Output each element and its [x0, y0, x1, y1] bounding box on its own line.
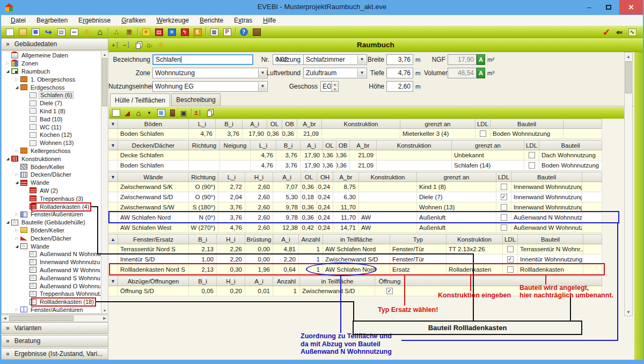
cell-brüstung[interactable]: 1,96: [245, 265, 273, 274]
hoehe-input[interactable]: 2,60: [386, 81, 413, 92]
sort-icon[interactable]: ▼: [108, 119, 118, 128]
menu-item-datei[interactable]: Datei: [5, 16, 31, 25]
cell-a-i[interactable]: 9,78: [273, 213, 301, 222]
copy-icon[interactable]: [133, 40, 144, 50]
ldl-checkbox[interactable]: [507, 266, 514, 273]
paste-icon[interactable]: ▤: [30, 27, 41, 37]
column-header-ol[interactable]: OL: [323, 141, 336, 150]
new-document-icon[interactable]: [4, 27, 16, 37]
cell-ob[interactable]: 0,36: [336, 161, 350, 170]
tree-item-wände[interactable]: ◢Wände: [2, 179, 100, 187]
help-icon[interactable]: ?: [238, 27, 250, 37]
ldl-checkbox[interactable]: ✓: [507, 256, 514, 263]
sort-icon[interactable]: ▼: [108, 141, 118, 150]
cell-brüstung[interactable]: 0,00: [245, 244, 273, 254]
cell-konstruktion[interactable]: [322, 129, 400, 139]
scroll-up-icon[interactable]: ▲: [101, 51, 108, 57]
cell-oh[interactable]: 0,24: [317, 182, 333, 192]
cell-richtung[interactable]: N (0°): [189, 213, 218, 222]
column-header-filler[interactable]: [583, 235, 602, 244]
column-header-anzahl[interactable]: Anzahl: [273, 276, 300, 286]
cell-bauteil[interactable]: Innenwand Wohnnutzung: [511, 192, 582, 202]
spin-down-icon[interactable]: ▼: [332, 86, 338, 91]
cell-b-i[interactable]: 2,13: [189, 244, 217, 254]
table-row-decke-schlafen[interactable]: Decke Schlafen4,763,7617,900,360,3621,09…: [108, 150, 602, 161]
pdf-export-icon[interactable]: P: [221, 27, 233, 37]
cell-b-i[interactable]: 1,00: [189, 254, 217, 264]
sidebar-panel-beratung[interactable]: »Beratung: [1, 335, 108, 347]
tree-item-außenwand-w-wohnnutzung[interactable]: Außenwand W Wohnnutzung: [2, 266, 100, 274]
cell-richtung[interactable]: O (90°): [189, 182, 218, 192]
exit-icon[interactable]: [251, 27, 262, 37]
cell-grenzt-an[interactable]: Wohnen (13): [417, 202, 496, 212]
column-header-oh[interactable]: OH: [317, 172, 333, 181]
expand-icon[interactable]: ▷: [14, 77, 20, 82]
column-header-grenzt-an[interactable]: grenzt an: [400, 119, 475, 128]
cell-h-i[interactable]: 2,60: [245, 192, 273, 202]
cell-bauteil[interactable]: Rollladenkasten: [518, 265, 583, 274]
column-header-l-i[interactable]: L_i: [251, 141, 276, 150]
tree-item-treppenhaus-3[interactable]: Treppenhaus (3): [2, 194, 100, 202]
cell-bauteil[interactable]: Außenwand W Wohnnutzung: [511, 223, 582, 232]
column-header-a-i[interactable]: A_i: [301, 141, 323, 150]
ldl-checkbox[interactable]: [480, 130, 486, 137]
öffnung-checkbox[interactable]: ✓: [386, 288, 393, 294]
expand-icon[interactable]: ▷: [14, 212, 20, 216]
cell-a-i[interactable]: 9,78: [273, 202, 301, 212]
cell-a-br[interactable]: 8,75: [333, 182, 359, 192]
cell-konstruktion[interactable]: AW: [359, 223, 417, 232]
tree-item-böden-keller[interactable]: Böden/Keller: [2, 163, 100, 171]
column-header-a-br[interactable]: A_br: [350, 141, 377, 150]
cell-fenster-ersatz[interactable]: Innentür S/D: [118, 254, 189, 264]
column-header-decken-dächer[interactable]: Decken/Dächer: [118, 141, 189, 150]
cell-a-i[interactable]: 12,38: [273, 223, 301, 232]
column-header-h-i[interactable]: H_i: [217, 235, 245, 244]
cell-h-i[interactable]: 2,60: [245, 182, 273, 192]
ldl-checkbox[interactable]: [501, 184, 507, 190]
cell-fenster-ersatz[interactable]: Terrassentür Nord S: [118, 244, 189, 254]
cell-grenzt-an[interactable]: Schlafen (14): [452, 161, 524, 170]
cell-bauteil[interactable]: Innentür Wohnnutzung: [518, 254, 583, 264]
cell-a-i[interactable]: 4,81: [273, 244, 299, 254]
cell-bauteil[interactable]: Innenwand Wohnnutzung: [511, 182, 582, 192]
cell-bauteil[interactable]: Terrassentür N Wohnr...: [518, 244, 583, 254]
cell-oh[interactable]: 0,24: [317, 213, 333, 222]
table-row-aw-schlafen-west[interactable]: AW Schlafen WestW (270°)4,762,6012,380,4…: [108, 223, 602, 233]
open-project-icon[interactable]: [17, 27, 28, 37]
cell-oh[interactable]: 0,24: [317, 223, 333, 232]
column-header-grenzt-an[interactable]: grenzt an: [417, 172, 496, 181]
tree-item-wohnen-13[interactable]: Wohnen (13): [2, 139, 100, 147]
cell-typ[interactable]: Fenster/Tür: [390, 254, 447, 264]
cell-filler[interactable]: [582, 202, 602, 212]
cell-ol[interactable]: 0,36: [323, 150, 336, 160]
cell-h-i[interactable]: 0,30: [217, 265, 245, 274]
cell-in-teilfläche[interactable]: Zwischenwand S/D: [323, 254, 390, 264]
tree-item-allgemeine-daten[interactable]: Allgemeine Daten: [2, 52, 100, 60]
tree-item-treppenhaus-wohnnutzung[interactable]: Treppenhaus Wohnnutzung: [2, 290, 100, 298]
cell-b-i[interactable]: 3,76: [276, 150, 301, 160]
cell-a-i[interactable]: 5,30: [273, 192, 301, 202]
cell-decken-dächer[interactable]: Decke Schlafen: [118, 150, 189, 160]
cell-konstruktion[interactable]: [447, 254, 503, 264]
cell-filler[interactable]: [583, 265, 602, 274]
tree-item-kellergeschoss[interactable]: ▷Kellergeschoss: [2, 147, 100, 155]
cell-anzahl[interactable]: 1: [299, 265, 323, 274]
menu-item-extras[interactable]: Extras: [229, 16, 258, 25]
menu-item-berichte[interactable]: Berichte: [194, 16, 229, 25]
cell-wände[interactable]: Zwischenwand S/W: [118, 202, 189, 212]
cell-h-i[interactable]: 2,20: [217, 254, 245, 264]
table-row-zwischenwand-s-k[interactable]: Zwischenwand S/KO (90°)2,722,607,070,360…: [108, 182, 602, 192]
cell-decken-dächer[interactable]: Boden Schlafen: [118, 161, 189, 170]
cell-bauteil[interactable]: Dach Wohnnutzung: [539, 150, 602, 160]
cell-richtung[interactable]: W (270°): [189, 223, 218, 232]
column-header-brüstung[interactable]: Brüstung: [245, 235, 273, 244]
assign-icon[interactable]: ⌂↓: [144, 40, 155, 50]
expand-icon[interactable]: ▷: [5, 61, 11, 65]
column-header-ldl[interactable]: LDL: [524, 141, 539, 150]
cell-wände[interactable]: AW Schlafen West: [118, 223, 189, 232]
menu-item-grafiken[interactable]: Grafiken: [116, 16, 151, 25]
column-header-bauteil[interactable]: Bauteil: [511, 172, 582, 181]
column-header-konstruktion[interactable]: Konstruktion: [359, 172, 417, 181]
report-icon[interactable]: ▦: [208, 27, 220, 37]
cell-a-br[interactable]: 14,71: [333, 223, 359, 232]
